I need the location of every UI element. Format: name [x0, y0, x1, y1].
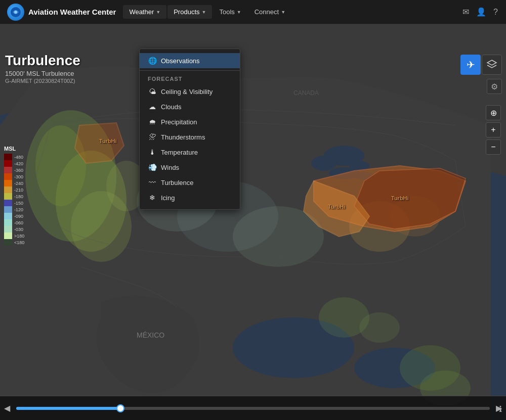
legend-label: -210	[14, 188, 23, 193]
dd-observations[interactable]: 🌐 Observations	[140, 53, 240, 68]
legend-swatch	[4, 219, 12, 226]
info-icon[interactable]: ℹ	[499, 404, 502, 414]
legend-row: -180	[4, 193, 15, 200]
weather-arrow-icon: ▼	[156, 10, 160, 15]
dd-divider	[140, 70, 240, 71]
legend-title: MSL	[4, 146, 16, 152]
dd-ceiling-visibility[interactable]: 🌤 Ceiling & Visibility	[140, 84, 240, 99]
temperature-icon: 🌡	[148, 148, 157, 156]
timeline-thumb[interactable]	[116, 404, 124, 412]
dd-precipitation[interactable]: 🌧 Precipitation	[140, 114, 240, 129]
dd-clouds[interactable]: ☁ Clouds	[140, 99, 240, 114]
timeline-track[interactable]	[16, 407, 490, 410]
legend-label: <180	[14, 240, 24, 245]
svg-text:CANADA: CANADA	[293, 89, 319, 97]
svg-point-1	[14, 11, 17, 14]
turbulence-title: Turbulence	[5, 53, 80, 69]
observations-icon: 🌐	[148, 57, 157, 65]
legend-swatch	[4, 154, 12, 160]
legend-bar: -480-420-360-300-240-210-180-150-120-090…	[4, 154, 15, 246]
legend-label: -060	[14, 220, 23, 225]
connect-arrow-icon: ▼	[281, 10, 285, 15]
legend-swatch	[4, 206, 12, 213]
legend-label: -420	[14, 161, 23, 166]
legend-swatch	[4, 186, 12, 193]
legend-label: -300	[14, 174, 23, 179]
legend-label: >180	[14, 234, 24, 239]
mail-icon[interactable]: ✉	[462, 7, 469, 17]
legend-row: -150	[4, 200, 15, 206]
legend-label: -090	[14, 214, 23, 219]
compass-icon[interactable]: ⊕	[486, 105, 501, 120]
legend-swatch	[4, 193, 12, 200]
layers-button[interactable]	[482, 55, 502, 75]
dd-winds[interactable]: 💨 Winds	[140, 160, 240, 175]
legend-row: -300	[4, 173, 15, 180]
legend-swatch	[4, 173, 12, 180]
legend-label: -240	[14, 181, 23, 186]
zoom-out-button[interactable]: −	[486, 139, 501, 155]
aircraft-button[interactable]: ✈	[460, 55, 481, 75]
products-arrow-icon: ▼	[202, 10, 206, 15]
ceiling-icon: 🌤	[148, 87, 157, 96]
help-icon[interactable]: ?	[493, 8, 498, 17]
svg-point-21	[359, 312, 400, 343]
dd-turbulence[interactable]: 〰 Turbulence	[140, 175, 240, 190]
legend-row: -210	[4, 186, 15, 193]
nav-products[interactable]: Products ▼	[167, 5, 212, 19]
legend-swatch	[4, 232, 12, 239]
legend: MSL -480-420-360-300-240-210-180-150-120…	[4, 146, 16, 246]
svg-point-4	[311, 156, 336, 171]
svg-text:MÉXICO: MÉXICO	[137, 331, 164, 339]
map-subtitle2: G-AIRMET (20230824T00Z)	[5, 78, 80, 84]
legend-row: -240	[4, 180, 15, 186]
navbar: Aviation Weather Center Weather ▼ Produc…	[0, 0, 506, 24]
timeline-prev-button[interactable]: ◀	[0, 403, 14, 413]
thunderstorm-icon: ⛈	[148, 133, 157, 141]
icing-icon: ❄	[148, 194, 157, 202]
dd-thunderstorms[interactable]: ⛈ Thunderstorms	[140, 129, 240, 145]
legend-swatch	[4, 160, 12, 167]
legend-row: >180	[4, 232, 15, 239]
turbulence-icon: 〰	[148, 178, 157, 186]
precip-icon: 🌧	[148, 118, 157, 126]
brand-logo-icon	[7, 4, 24, 21]
legend-label: -180	[14, 194, 23, 199]
legend-row: -090	[4, 213, 15, 219]
user-icon[interactable]: 👤	[476, 7, 486, 17]
dd-icing[interactable]: ❄ Icing	[140, 190, 240, 205]
nav-connect[interactable]: Connect ▼	[248, 5, 291, 19]
legend-row: -120	[4, 206, 15, 213]
legend-row: -060	[4, 219, 15, 226]
legend-label: -030	[14, 227, 23, 232]
timeline-fill	[16, 407, 120, 410]
brand: Aviation Weather Center	[0, 4, 123, 21]
brand-name: Aviation Weather Center	[28, 8, 116, 16]
nav-right: ✉ 👤 ?	[462, 7, 506, 17]
timeline: ◀ ▶ ℹ	[0, 396, 506, 420]
legend-swatch	[4, 239, 12, 246]
legend-swatch	[4, 213, 12, 219]
legend-label: -150	[14, 201, 23, 206]
legend-swatch	[4, 180, 12, 186]
clouds-icon: ☁	[148, 103, 157, 111]
map-subtitle1: 15000' MSL Turbulence	[5, 70, 80, 77]
legend-label: -480	[14, 155, 23, 160]
tools-arrow-icon: ▼	[237, 10, 241, 15]
settings-button[interactable]: ⚙	[487, 79, 502, 94]
dd-forecast-label: FORECAST	[140, 73, 240, 84]
nav-tools[interactable]: Tools ▼	[213, 5, 247, 19]
legend-swatch	[4, 167, 12, 173]
nav-weather[interactable]: Weather ▼	[123, 5, 166, 19]
legend-label: -120	[14, 207, 23, 212]
legend-row: -030	[4, 226, 15, 232]
zoom-in-button[interactable]: +	[486, 122, 501, 137]
map-title: Turbulence 15000' MSL Turbulence G-AIRME…	[5, 53, 80, 84]
products-dropdown: 🌐 Observations FORECAST 🌤 Ceiling & Visi…	[139, 49, 240, 210]
map-area: MÉXICO CANADA Turbulence 15000' MSL Turb…	[0, 24, 506, 420]
timeline-ticks	[0, 386, 506, 396]
map-controls: ⊕ + −	[486, 105, 501, 155]
legend-label: -360	[14, 168, 23, 173]
dd-temperature[interactable]: 🌡 Temperature	[140, 145, 240, 160]
legend-row: -480	[4, 154, 15, 160]
